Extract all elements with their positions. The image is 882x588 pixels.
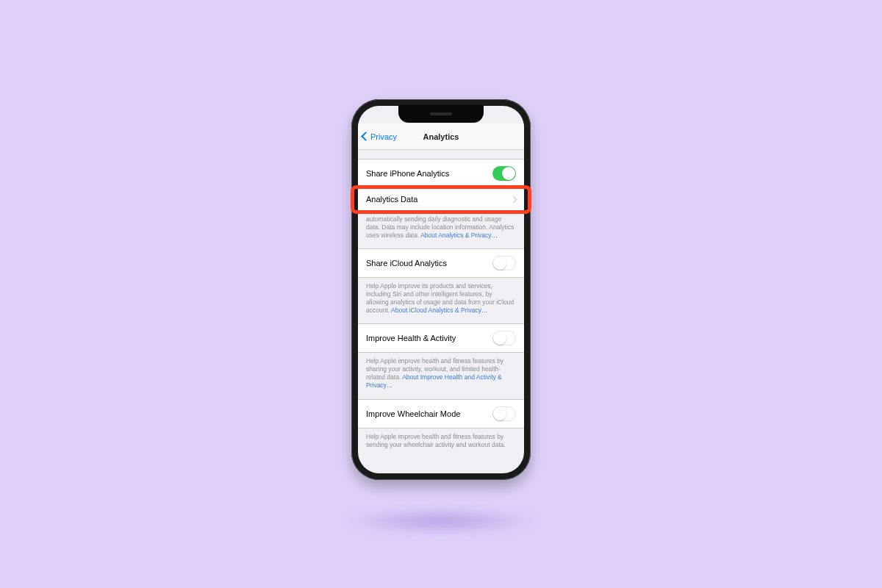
section-footer: Help Apple improve its products and serv… <box>358 278 524 323</box>
toggle-improve-health-activity[interactable] <box>492 331 516 345</box>
section-footer: automatically sending daily diagnostic a… <box>358 211 524 248</box>
phone-speaker <box>430 112 452 115</box>
nav-title: Analytics <box>423 132 459 141</box>
toggle-knob <box>493 407 506 420</box>
section-footer: Help Apple improve health and fitness fe… <box>358 353 524 398</box>
row-share-icloud-analytics[interactable]: Share iCloud Analytics <box>358 248 524 278</box>
footer-link[interactable]: About Analytics & Privacy… <box>420 232 498 239</box>
back-button[interactable]: Privacy <box>362 123 397 149</box>
footer-text: Help Apple improve health and fitness fe… <box>366 433 506 448</box>
row-label: Improve Health & Activity <box>366 334 492 343</box>
nav-bar: Privacy Analytics <box>358 123 524 150</box>
section-footer: Help Apple improve health and fitness fe… <box>358 429 524 458</box>
toggle-knob <box>502 167 515 180</box>
chevron-right-icon <box>510 196 517 203</box>
toggle-knob <box>493 257 506 270</box>
toggle-share-iphone-analytics[interactable] <box>492 166 516 181</box>
footer-link[interactable]: About iCloud Analytics & Privacy… <box>391 306 487 314</box>
phone-screen: Privacy Analytics Share iPhone Analytics… <box>358 106 524 473</box>
row-analytics-data[interactable]: Analytics Data <box>358 188 524 211</box>
phone-notch <box>398 105 484 123</box>
phone-shadow <box>338 507 544 535</box>
back-button-label: Privacy <box>370 132 397 141</box>
phone-frame: Privacy Analytics Share iPhone Analytics… <box>351 99 531 480</box>
row-label: Analytics Data <box>366 195 511 204</box>
row-improve-health-activity[interactable]: Improve Health & Activity <box>358 323 524 353</box>
row-label: Share iPhone Analytics <box>366 169 492 178</box>
row-label: Improve Wheelchair Mode <box>366 409 492 418</box>
toggle-knob <box>493 331 506 345</box>
chevron-left-icon <box>361 132 370 141</box>
toggle-improve-wheelchair-mode[interactable] <box>492 406 516 421</box>
row-share-iphone-analytics[interactable]: Share iPhone Analytics <box>358 159 524 188</box>
row-improve-wheelchair-mode[interactable]: Improve Wheelchair Mode <box>358 399 524 429</box>
canvas-stage: Privacy Analytics Share iPhone Analytics… <box>0 0 882 588</box>
row-label: Share iCloud Analytics <box>366 259 492 268</box>
spacer <box>358 150 524 159</box>
toggle-share-icloud-analytics[interactable] <box>492 256 516 270</box>
settings-scroll[interactable]: Share iPhone Analytics Analytics Data au… <box>358 150 524 473</box>
